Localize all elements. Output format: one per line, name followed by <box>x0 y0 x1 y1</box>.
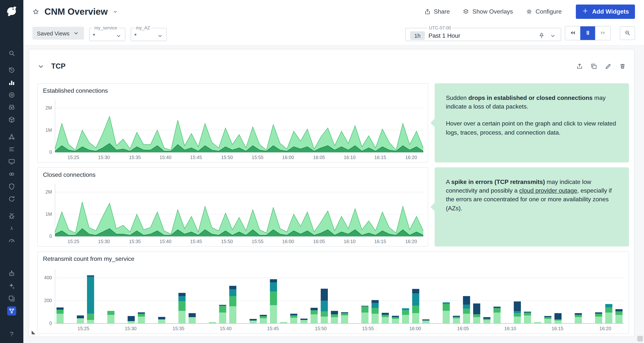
svg-text:15:40: 15:40 <box>160 155 172 160</box>
svg-text:16:15: 16:15 <box>374 155 386 160</box>
trash-icon <box>619 63 626 70</box>
llm-icon <box>8 237 16 244</box>
note-link[interactable]: cloud provider outage <box>519 187 577 194</box>
time-backward-button[interactable] <box>565 26 580 40</box>
svg-text:16:00: 16:00 <box>282 155 294 160</box>
add-widgets-button[interactable]: Add Widgets <box>576 5 635 19</box>
apm-icon <box>8 133 16 140</box>
configure-button[interactable]: Configure <box>526 8 562 15</box>
favorite-star-icon[interactable] <box>32 8 39 15</box>
sidebar-item-search[interactable] <box>0 47 23 59</box>
show-overlays-button[interactable]: Show Overlays <box>463 8 513 15</box>
delete-button[interactable] <box>619 63 626 70</box>
established-connections-chart[interactable]: 01M2M15:2515:3015:3515:4015:4515:5015:55… <box>38 97 428 162</box>
svg-text:15:40: 15:40 <box>160 239 172 244</box>
svg-text:16:20: 16:20 <box>405 239 417 244</box>
sidebar-item-security[interactable] <box>0 180 23 193</box>
group-resize-handle[interactable] <box>32 330 36 334</box>
sidebar-item-error-tracking[interactable] <box>0 210 23 222</box>
share-button[interactable]: Share <box>424 8 450 15</box>
svg-text:2M: 2M <box>46 105 52 110</box>
bug-icon <box>8 212 16 220</box>
page-title[interactable]: CNM Overview <box>44 7 108 17</box>
sidebar-nav: λ <box>0 47 23 317</box>
monitors-icon <box>8 91 16 99</box>
svg-text:15:50: 15:50 <box>221 239 233 244</box>
template-var-label: my_AZ <box>134 25 152 31</box>
title-dropdown-icon[interactable] <box>112 9 118 15</box>
scrollbar-corner[interactable] <box>637 336 643 341</box>
chevron-down-icon <box>157 32 164 39</box>
zoom-out-icon <box>624 29 631 37</box>
time-range-picker[interactable]: UTC-07:00 1h Past 1 Hour <box>405 25 561 41</box>
template-var-label: my_service <box>93 25 119 31</box>
collapse-group-icon[interactable] <box>37 63 44 70</box>
edit-button[interactable] <box>605 63 612 70</box>
sidebar-item-watchdog[interactable] <box>0 101 23 113</box>
sidebar-item-network-monitoring[interactable] <box>0 304 23 317</box>
template-var-my-az[interactable]: my_AZ * <box>131 25 167 41</box>
sidebar-item-integrations[interactable] <box>0 168 23 180</box>
pencil-icon <box>605 63 612 70</box>
sidebar-item-monitors[interactable] <box>0 89 23 101</box>
serverless-icon: λ <box>8 224 16 232</box>
zoom-out-button[interactable] <box>620 26 635 40</box>
svg-text:15:30: 15:30 <box>98 155 110 160</box>
svg-text:16:00: 16:00 <box>409 326 421 331</box>
watchdog-icon <box>8 104 16 111</box>
sidebar-item-logs[interactable] <box>0 143 23 155</box>
pause-button[interactable] <box>580 26 596 40</box>
time-range-short: 1h <box>410 31 425 40</box>
fast-forward-icon <box>600 29 606 37</box>
rum-icon <box>8 158 16 165</box>
integrations-icon <box>8 170 16 178</box>
svg-text:15:45: 15:45 <box>190 239 202 244</box>
note-retransmits: A spike in errors (TCP retransmits) may … <box>434 167 629 246</box>
svg-text:15:35: 15:35 <box>129 239 141 244</box>
note-text: A <box>446 179 451 185</box>
sidebar-item-llm-observability[interactable] <box>0 234 23 247</box>
main-area: CNM Overview Share Show Overlays Configu… <box>23 0 644 343</box>
svg-text:15:25: 15:25 <box>68 155 80 160</box>
sidebar-item-bits-ai[interactable] <box>0 267 23 280</box>
sidebar-item-serverless[interactable]: λ <box>0 222 23 234</box>
help-button[interactable]: ? <box>7 329 16 339</box>
note-text: Hover over a certain point on the graph … <box>446 120 616 136</box>
sidebar-item-ci-cd[interactable] <box>0 193 23 205</box>
sidebar-item-dashboards[interactable] <box>0 76 23 89</box>
closed-connections-chart[interactable]: 01M2M15:2515:3015:3515:4015:4515:5015:55… <box>38 181 428 246</box>
rewind-icon <box>569 29 576 37</box>
svg-text:0: 0 <box>49 149 52 155</box>
time-nav-group <box>565 26 611 40</box>
plus-icon <box>582 8 589 16</box>
add-widgets-label: Add Widgets <box>592 8 629 15</box>
sidebar-item-apm[interactable] <box>0 130 23 143</box>
sidebar-item-rum[interactable] <box>0 155 23 168</box>
share-icon <box>424 8 431 15</box>
export-button[interactable] <box>576 63 583 70</box>
svg-text:400: 400 <box>44 275 52 280</box>
datadog-logo-icon[interactable] <box>4 3 19 20</box>
pin-icon[interactable] <box>538 32 545 39</box>
sidebar-item-copilot[interactable] <box>0 280 23 292</box>
share-label: Share <box>434 8 450 15</box>
time-range-label: Past 1 Hour <box>428 32 460 39</box>
sidebar-item-infrastructure[interactable] <box>0 113 23 126</box>
svg-text:15:55: 15:55 <box>252 239 264 244</box>
svg-text:15:55: 15:55 <box>252 155 264 160</box>
timezone-label: UTC-07:00 <box>428 25 452 31</box>
chevron-down-icon <box>550 32 556 39</box>
retransmit-count-chart[interactable]: 020040015:2515:3015:3515:4015:4515:5015:… <box>38 265 628 333</box>
history-icon <box>8 66 16 74</box>
sidebar-item-recents[interactable] <box>0 64 23 76</box>
copy-button[interactable] <box>590 63 597 70</box>
gear-icon <box>526 8 532 15</box>
time-forward-button[interactable] <box>596 26 610 40</box>
template-var-my-service[interactable]: my_service * <box>90 25 126 41</box>
sidebar-item-workflows[interactable] <box>0 292 23 304</box>
svg-text:16:05: 16:05 <box>313 239 325 244</box>
svg-text:16:00: 16:00 <box>282 239 294 244</box>
closed-connections-widget: Closed connections 01M2M15:2515:3015:351… <box>37 167 428 246</box>
infrastructure-icon <box>8 116 16 123</box>
saved-views-button[interactable]: Saved Views <box>32 27 84 40</box>
